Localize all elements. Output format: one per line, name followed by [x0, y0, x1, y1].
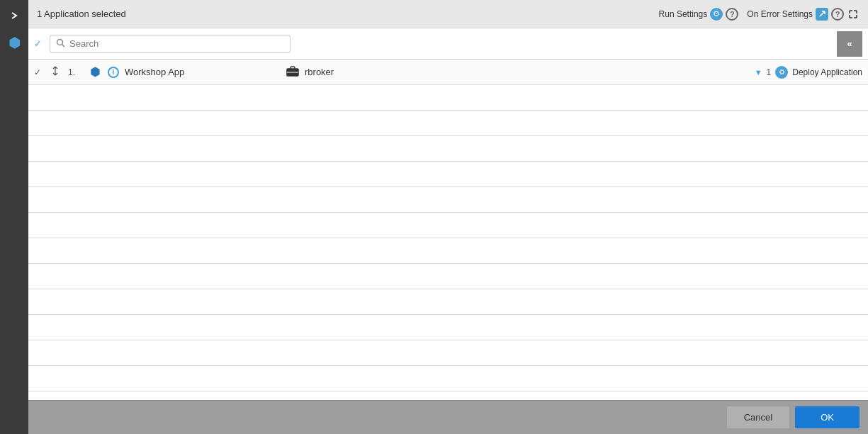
empty-row-7 — [28, 238, 868, 264]
search-bar: ✓ « — [28, 28, 868, 60]
empty-row-1 — [28, 85, 868, 111]
empty-row-9 — [28, 289, 868, 315]
main-panel: 1 Application selected Run Settings ⚙ ? … — [28, 0, 868, 434]
empty-row-8 — [28, 264, 868, 289]
app-hex-icon: ⬢ — [88, 65, 102, 79]
broker-briefcase-icon — [286, 65, 299, 79]
applications-table: ✓ 1. ⬢ i Workshop App rbroker ▼ — [28, 60, 868, 400]
svg-point-0 — [57, 39, 63, 45]
run-settings-label: Run Settings — [659, 9, 708, 19]
row-sort-icon[interactable] — [51, 66, 62, 78]
collapse-button[interactable]: « — [837, 31, 862, 57]
search-check-icon[interactable]: ✓ — [34, 38, 45, 49]
run-settings-gear-icon[interactable]: ⚙ — [710, 8, 723, 21]
table-row[interactable]: ✓ 1. ⬢ i Workshop App rbroker ▼ — [28, 60, 868, 85]
header-right: Run Settings ⚙ ? On Error Settings ? — [659, 8, 859, 21]
row-checkbox[interactable]: ✓ — [34, 67, 45, 77]
sidebar-app-icon: ⬢ — [6, 31, 23, 54]
empty-row-3 — [28, 136, 868, 162]
on-error-export-icon[interactable] — [816, 8, 828, 21]
on-error-help-icon[interactable]: ? — [831, 8, 844, 21]
empty-row-6 — [28, 213, 868, 238]
row-action-area: ▼ 1 ⚙ Deploy Application — [755, 66, 862, 79]
header: 1 Application selected Run Settings ⚙ ? … — [28, 0, 868, 28]
empty-row-11 — [28, 340, 868, 366]
empty-row-4 — [28, 162, 868, 187]
header-title: 1 Application selected — [37, 9, 653, 19]
run-settings[interactable]: Run Settings ⚙ ? — [659, 8, 739, 21]
svg-line-1 — [62, 44, 65, 47]
empty-row-5 — [28, 187, 868, 213]
cancel-button[interactable]: Cancel — [727, 406, 789, 428]
empty-row-2 — [28, 111, 868, 136]
row-gear-icon[interactable]: ⚙ — [775, 66, 788, 79]
search-input-wrap[interactable] — [50, 35, 291, 53]
broker-name: rbroker — [305, 67, 749, 77]
row-action-label: Deploy Application — [792, 67, 862, 77]
row-number: 1. — [68, 67, 82, 77]
row-expand-arrow[interactable]: ▼ — [755, 68, 762, 77]
app-info-icon[interactable]: i — [108, 67, 119, 78]
empty-row-13 — [28, 391, 868, 400]
empty-row-10 — [28, 315, 868, 340]
empty-row-12 — [28, 366, 868, 391]
on-error-settings[interactable]: On Error Settings ? — [747, 8, 859, 21]
row-count: 1 — [767, 67, 772, 77]
footer: Cancel OK — [28, 400, 868, 434]
sidebar-expand-arrow[interactable] — [4, 6, 24, 26]
ok-button[interactable]: OK — [795, 406, 859, 428]
expand-icon[interactable] — [847, 8, 859, 21]
search-input[interactable] — [69, 38, 284, 49]
run-settings-help-icon[interactable]: ? — [726, 8, 738, 21]
app-name: Workshop App — [125, 67, 281, 77]
sidebar: ⬢ — [0, 0, 28, 434]
on-error-settings-label: On Error Settings — [747, 9, 813, 19]
search-magnifier-icon — [56, 38, 65, 50]
